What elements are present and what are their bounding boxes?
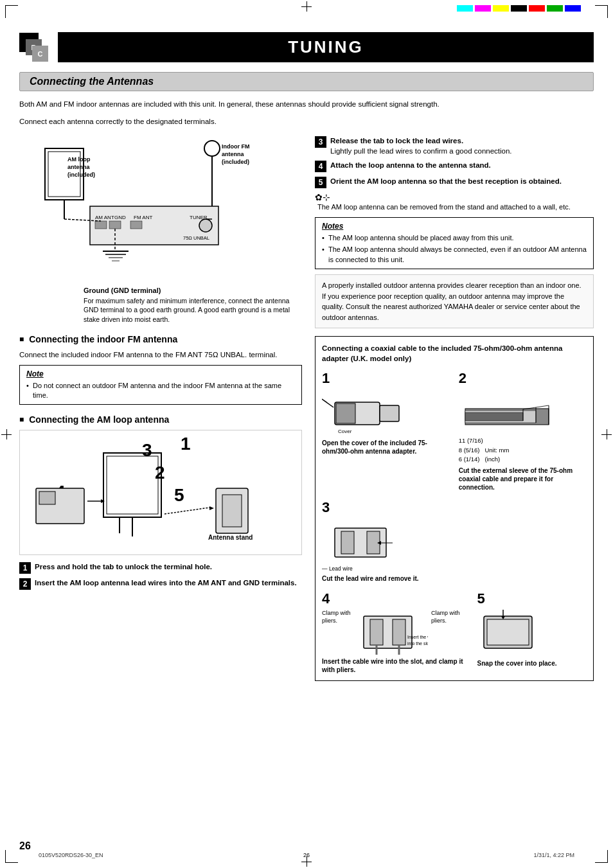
color-bar-blue xyxy=(565,5,581,12)
svg-line-49 xyxy=(322,399,333,407)
coax-step1-caption: Open the cover of the included 75-ohm/30… xyxy=(322,439,449,456)
svg-rect-34 xyxy=(107,456,158,514)
svg-rect-71 xyxy=(487,619,529,645)
am-note2: The AM loop antenna should always be con… xyxy=(322,245,587,265)
svg-text:AM ANT: AM ANT xyxy=(95,215,114,220)
coax-step3: 3 — Lead wire Cut the lead wire and remo… xyxy=(322,499,449,583)
tip-text: The AM loop antenna can be removed from … xyxy=(315,202,594,212)
am-note1: The AM loop antenna should be placed awa… xyxy=(322,233,587,243)
coax-unit: Unit: mm xyxy=(484,447,509,454)
tip-text-content: The AM loop antenna can be removed from … xyxy=(317,203,571,211)
coax-clamp-label1: Clamp with pliers. xyxy=(322,610,354,624)
color-bar-yellow xyxy=(493,5,509,12)
abc-icon: A B C xyxy=(19,33,48,62)
intro-text-1: Both AM and FM indoor antennas are inclu… xyxy=(19,99,594,110)
color-bar-red xyxy=(529,5,545,12)
coax-m2: 8 (5/16) xyxy=(459,447,480,454)
fm-section-text: Connect the included indoor FM antenna t… xyxy=(19,350,302,360)
color-bar-black xyxy=(511,5,527,12)
footer-center: 26 xyxy=(303,852,310,858)
am-step2-badge: 2 xyxy=(19,578,31,590)
coax-step3-num: 3 xyxy=(322,499,449,516)
am-step1-content: Press and hold the tab to unlock the ter… xyxy=(35,562,212,572)
svg-rect-59 xyxy=(341,531,354,554)
svg-line-39 xyxy=(164,508,209,514)
coax-clamp-label2: Clamp with pliers. xyxy=(431,610,466,624)
am-step5-text: Orient the AM loop antenna so that the b… xyxy=(330,177,562,185)
ground-section: Ground (GND terminal) For maximum safety… xyxy=(19,287,302,324)
am-step-5-row: 5 Orient the AM loop antenna so that the… xyxy=(315,176,594,188)
coax-step1: 1 Cover Open the cover of the xyxy=(322,370,449,492)
coax-step5: 5 Snap the cover into place. xyxy=(477,590,583,674)
coax-step3-leadlabel: — Lead wire xyxy=(322,565,449,572)
svg-text:(included): (included) xyxy=(222,159,249,165)
svg-rect-16 xyxy=(95,221,107,229)
coax-step2: 2 xyxy=(459,370,586,492)
svg-text:GND: GND xyxy=(114,215,126,220)
coax-step4-inner: Clamp with pliers. Insert the wir xyxy=(322,610,468,655)
corner-bl xyxy=(5,850,18,863)
ground-description: For maximum safety and minimum interfere… xyxy=(84,296,302,324)
coax-step3-row: 3 — Lead wire Cut the lead wire and remo… xyxy=(322,499,587,583)
page-wrapper: A B C TUNING Connecting the Antennas Bot… xyxy=(0,0,613,868)
svg-rect-53 xyxy=(465,412,523,421)
reg-mark-top xyxy=(301,1,312,12)
coax-steps-45: 4 Clamp with pliers. xyxy=(322,590,587,674)
am-step3-sub: Lightly pull the lead wires to confirm a… xyxy=(330,147,512,155)
coaxial-section: Connecting a coaxial cable to the includ… xyxy=(315,336,594,681)
am-loop-steps-svg: 3 1 2 4 5 xyxy=(26,437,271,546)
coax-step2-num: 2 xyxy=(459,370,586,387)
corner-br xyxy=(595,850,608,863)
svg-text:75Ω UNBAL: 75Ω UNBAL xyxy=(183,235,209,241)
info-box-text: A properly installed outdoor antenna pro… xyxy=(322,281,582,321)
footer-left: 0105V520RDS26-30_EN xyxy=(39,852,103,858)
svg-rect-33 xyxy=(103,453,161,517)
page-number: 26 xyxy=(19,840,31,852)
color-bar-green xyxy=(547,5,563,12)
am-step3-badge: 3 xyxy=(315,136,326,148)
svg-rect-38 xyxy=(222,495,242,527)
am-step-2-row: 2 Insert the AM loop antenna lead wires … xyxy=(19,578,302,590)
am-step4-text: Attach the loop antenna to the antenna s… xyxy=(330,161,491,169)
page-title: TUNING xyxy=(58,32,594,62)
footer-right: 1/31/1, 4:22 PM xyxy=(533,852,574,858)
am-step4-badge: 4 xyxy=(315,161,326,172)
am-step1-text: Press and hold the tab to unlock the ter… xyxy=(35,563,212,571)
coax-steps-12: 1 Cover Open the cover of the xyxy=(322,370,587,492)
svg-text:into the slot.: into the slot. xyxy=(407,641,428,646)
svg-point-19 xyxy=(199,219,212,232)
fm-section-title: Connecting the indoor FM antenna xyxy=(19,334,302,344)
svg-rect-17 xyxy=(109,221,121,229)
antenna-diagram-svg: AM loop antenna (included) Indoor FM ant… xyxy=(26,136,296,283)
intro-text-2: Connect each antenna correctly to the de… xyxy=(19,116,594,127)
svg-rect-42 xyxy=(39,492,55,504)
reg-mark-right xyxy=(601,429,612,439)
coax-step5-num: 5 xyxy=(477,590,583,607)
coax-step3-empty xyxy=(459,499,586,583)
svg-rect-18 xyxy=(130,221,142,229)
coax-unit2: (inch) xyxy=(484,456,500,463)
antenna-diagram-area: AM loop antenna (included) Indoor FM ant… xyxy=(19,136,302,324)
fm-note-title: Note xyxy=(26,369,295,378)
am-loop-diagram-box: 3 1 2 4 5 xyxy=(19,430,302,555)
coax-step2-svg xyxy=(459,389,562,434)
info-box: A properly installed outdoor antenna pro… xyxy=(315,274,594,328)
svg-marker-40 xyxy=(209,506,214,510)
coax-step2-caption: Cut the external sleeve of the 75-ohm co… xyxy=(459,466,586,492)
tip-symbol: ✿⊹ xyxy=(315,192,594,202)
col-right: 3 Release the tab to lock the lead wires… xyxy=(315,136,594,682)
coax-step3-svg xyxy=(322,518,405,563)
coax-step4-svg: Insert the wire into the slot. xyxy=(357,610,428,655)
am-step3-content: Release the tab to lock the lead wires. … xyxy=(330,136,512,156)
fm-note-text: Do not connect an outdoor FM antenna and… xyxy=(26,381,295,401)
coax-step1-num: 1 xyxy=(322,370,449,387)
ground-label-area xyxy=(19,287,77,324)
abc-box-c: C xyxy=(32,46,48,62)
svg-text:antenna: antenna xyxy=(222,151,245,157)
svg-text:AM loop: AM loop xyxy=(67,156,91,163)
svg-text:Insert the wire: Insert the wire xyxy=(407,635,428,639)
am-step5-content: Orient the AM loop antenna so that the b… xyxy=(330,176,562,186)
coax-step1-svg: Cover xyxy=(322,389,405,434)
section-title: Connecting the Antennas xyxy=(19,72,594,91)
coaxial-title: Connecting a coaxial cable to the includ… xyxy=(322,343,587,364)
